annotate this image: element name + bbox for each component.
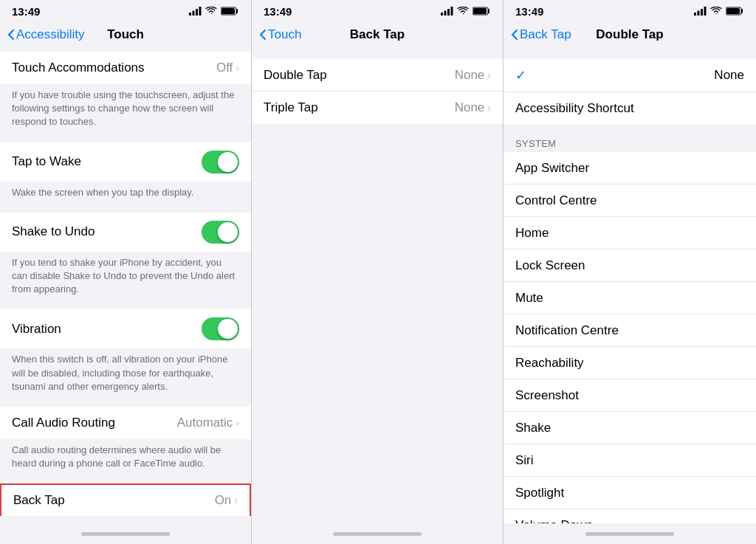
notification-centre-label: Notification Centre — [515, 323, 619, 338]
battery-icon-2 — [472, 7, 491, 16]
chevron-left-icon-2 — [259, 29, 267, 41]
svg-rect-11 — [473, 8, 487, 14]
vibration-label: Vibration — [12, 322, 61, 337]
back-tap-right: On › — [215, 493, 238, 508]
vibration-desc: When this switch is off, all vibration o… — [0, 348, 251, 399]
triple-tap-value: None — [455, 100, 485, 115]
reachability-label: Reachability — [515, 356, 584, 371]
svg-rect-17 — [726, 8, 740, 14]
home-indicator-1 — [0, 523, 251, 544]
status-time-2: 13:49 — [264, 5, 292, 18]
screenshot-label: Screenshot — [515, 388, 579, 403]
screenshot-row[interactable]: Screenshot — [504, 379, 756, 412]
triple-tap-row[interactable]: Triple Tap None › — [252, 92, 503, 124]
signal-icon-3 — [694, 7, 707, 16]
double-tap-chevron: › — [487, 69, 491, 81]
gap-p2-1 — [252, 52, 503, 59]
call-audio-row[interactable]: Call Audio Routing Automatic › — [0, 407, 251, 439]
home-row[interactable]: Home — [504, 217, 756, 249]
svg-rect-13 — [698, 11, 700, 16]
panel-double-tap: 13:49 Ba — [504, 0, 756, 544]
shake-to-undo-section: Shake to Undo — [0, 213, 251, 252]
control-centre-label: Control Centre — [515, 193, 597, 208]
svg-rect-0 — [189, 13, 191, 16]
tap-to-wake-toggle[interactable] — [202, 151, 239, 173]
notification-centre-row[interactable]: Notification Centre — [504, 314, 756, 347]
back-tap-row[interactable]: Back Tap On › — [0, 483, 251, 516]
tap-to-wake-section: Tap to Wake — [0, 142, 251, 182]
double-tap-right: None › — [455, 68, 491, 83]
svg-rect-5 — [221, 8, 235, 14]
shake-to-undo-row[interactable]: Shake to Undo — [0, 213, 251, 252]
spotlight-label: Spotlight — [515, 486, 564, 500]
back-button-1[interactable]: Accessibility — [7, 27, 85, 42]
back-label-2: Touch — [268, 27, 301, 42]
touch-accommodations-right: Off › — [216, 61, 239, 75]
back-tap-desc: Double- or triple-tap the back of your i… — [0, 516, 251, 523]
touch-accommodations-value: Off — [216, 61, 233, 75]
status-time-3: 13:49 — [515, 5, 543, 18]
settings-list-2: Double Tap None › Triple Tap None › — [252, 52, 503, 523]
svg-rect-3 — [199, 7, 202, 16]
nav-bar-1: Accessibility Touch — [0, 21, 251, 52]
call-audio-right: Automatic › — [177, 416, 239, 430]
settings-list-1: Touch Accommodations Off › If you have t… — [0, 52, 251, 523]
battery-icon — [221, 7, 239, 16]
tap-to-wake-row[interactable]: Tap to Wake — [0, 142, 251, 182]
double-tap-row[interactable]: Double Tap None › — [252, 59, 503, 92]
vibration-row[interactable]: Vibration — [0, 309, 251, 348]
panel-back-tap: 13:49 To — [252, 0, 504, 544]
mute-row[interactable]: Mute — [504, 282, 756, 314]
svg-rect-2 — [196, 9, 198, 16]
nav-bar-3: Back Tap Double Tap — [504, 21, 756, 52]
triple-tap-label: Triple Tap — [264, 100, 318, 115]
system-items-section: App Switcher Control Centre Home Lock Sc… — [504, 152, 756, 523]
back-tap-chevron: › — [234, 495, 238, 506]
reachability-row[interactable]: Reachability — [504, 347, 756, 379]
signal-icon — [189, 7, 202, 16]
svg-rect-1 — [193, 11, 195, 16]
gap-4 — [0, 399, 251, 407]
lock-screen-label: Lock Screen — [515, 258, 585, 273]
touch-accommodations-row[interactable]: Touch Accommodations Off › — [0, 52, 251, 84]
wifi-icon-3 — [710, 7, 722, 16]
home-label: Home — [515, 226, 549, 241]
home-bar-2 — [333, 532, 422, 536]
lock-screen-row[interactable]: Lock Screen — [504, 249, 756, 282]
nav-bar-2: Touch Back Tap — [252, 21, 503, 52]
chevron-left-icon — [7, 29, 15, 41]
siri-row[interactable]: Siri — [504, 444, 756, 477]
wifi-icon — [205, 7, 217, 16]
checkmark-icon: ✓ — [515, 67, 526, 83]
back-button-2[interactable]: Touch — [259, 27, 301, 42]
settings-list-3: ✓ None Accessibility Shortcut SYSTEM App… — [504, 52, 756, 523]
triple-tap-right: None › — [455, 100, 491, 115]
accessibility-shortcut-row[interactable]: Accessibility Shortcut — [504, 92, 756, 125]
shake-to-undo-toggle[interactable] — [202, 221, 239, 244]
vibration-thumb — [218, 319, 238, 339]
vibration-toggle[interactable] — [202, 317, 239, 340]
back-label-3: Back Tap — [520, 27, 571, 42]
back-tap-value: On — [215, 493, 232, 508]
home-bar-3 — [585, 532, 674, 536]
none-row[interactable]: ✓ None — [504, 59, 756, 92]
app-switcher-label: App Switcher — [515, 161, 589, 176]
triple-tap-chevron: › — [487, 102, 491, 114]
nav-title-1: Touch — [107, 27, 144, 42]
spotlight-row[interactable]: Spotlight — [504, 477, 756, 509]
svg-rect-6 — [441, 13, 443, 16]
shake-to-undo-desc: If you tend to shake your iPhone by acci… — [0, 252, 251, 303]
back-tap-section: Back Tap On › — [0, 483, 251, 516]
call-audio-section: Call Audio Routing Automatic › — [0, 407, 251, 439]
call-audio-chevron: › — [236, 417, 239, 429]
shake-to-undo-label: Shake to Undo — [12, 224, 94, 239]
shake-row[interactable]: Shake — [504, 412, 756, 444]
back-button-3[interactable]: Back Tap — [511, 27, 571, 42]
tap-to-wake-label: Tap to Wake — [12, 154, 81, 169]
control-centre-row[interactable]: Control Centre — [504, 185, 756, 217]
wifi-icon-2 — [457, 7, 469, 16]
vibration-section: Vibration — [0, 309, 251, 348]
app-switcher-row[interactable]: App Switcher — [504, 152, 756, 185]
volume-down-row[interactable]: Volume Down — [504, 509, 756, 523]
svg-rect-7 — [444, 11, 447, 16]
